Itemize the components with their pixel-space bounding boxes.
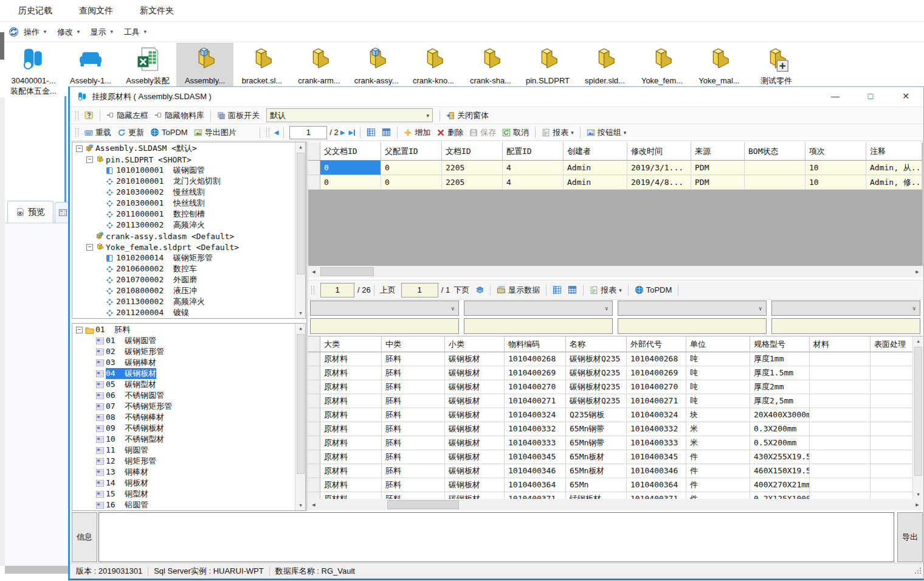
tree-item[interactable]: 2010100001 龙门火焰切割 [72, 176, 305, 187]
filter-input-3[interactable] [618, 318, 767, 334]
cell[interactable]: 碳钢板材Q235 [566, 380, 627, 394]
column-header[interactable]: 表面处理 [871, 336, 913, 352]
tree-item[interactable]: −Yoke_female.sldprt <Default> [72, 242, 305, 252]
tree-item[interactable]: 08 不锈钢棒材 [72, 412, 305, 423]
topdm-button[interactable]: ToPDM [147, 127, 191, 138]
nav-last-icon[interactable]: ▶ [347, 129, 357, 136]
tree-item[interactable]: 02 碳钢矩形管 [72, 346, 305, 357]
cell[interactable]: 4 [503, 161, 564, 175]
cell[interactable]: 1010400269 [627, 366, 686, 380]
cell[interactable]: 1010400333 [627, 436, 686, 450]
cell[interactable]: 胚料 [382, 408, 445, 422]
cell[interactable]: 米 [686, 436, 750, 450]
tree-item[interactable]: 1010100001 碳钢圆管 [72, 165, 305, 176]
cell[interactable]: 碳钢板材 [445, 408, 505, 422]
cell[interactable]: 0.3X200mm [750, 422, 810, 436]
cell[interactable]: 1010400333 [505, 436, 566, 450]
cell[interactable] [810, 408, 871, 422]
cell[interactable]: 1010400324 [627, 408, 686, 422]
cell[interactable]: 原材料 [320, 478, 382, 492]
filter-combo-2[interactable]: ∨ [464, 301, 613, 316]
scroll-thumb[interactable] [387, 500, 459, 509]
tree-item[interactable]: 11 铜圆管 [72, 445, 305, 456]
tree-expander[interactable]: − [76, 145, 83, 152]
cell[interactable] [871, 436, 913, 450]
scroll-thumb[interactable] [914, 347, 922, 476]
nav-prev-icon[interactable]: ◀ [272, 129, 281, 136]
cell[interactable] [745, 161, 805, 175]
scroll-down-icon[interactable]: ▼ [913, 490, 923, 499]
tree-item[interactable]: 09 不锈钢板材 [72, 423, 305, 434]
tree-item[interactable]: −pin.SLDPRT <SHORT> [72, 154, 305, 165]
export-button[interactable]: 导出 [897, 512, 923, 562]
cell[interactable]: 胚料 [382, 352, 445, 366]
cell[interactable]: 碳钢板材Q235 [566, 366, 627, 380]
cell[interactable] [871, 366, 913, 380]
cell[interactable]: 2205 [442, 175, 503, 190]
cell[interactable]: 原材料 [320, 464, 382, 478]
scroll-up-icon[interactable]: ▲ [913, 336, 923, 346]
cell[interactable]: PDM [691, 175, 745, 190]
tree-item[interactable]: 03 碳钢棒材 [72, 357, 305, 368]
cell[interactable]: 2205 [442, 161, 503, 175]
cell[interactable]: 10 [805, 175, 866, 190]
cell[interactable]: 吨 [686, 394, 750, 408]
menu-view-files[interactable]: 查阅文件 [79, 5, 113, 16]
table-row[interactable]: 原材料胚料碳钢板材1010400268碳钢板材Q2351010400268吨厚度… [308, 352, 923, 366]
cell[interactable]: 原材料 [320, 436, 382, 450]
cell[interactable]: 2019/4/8... [627, 175, 691, 190]
scroll-up-icon[interactable]: ▲ [295, 142, 306, 152]
cell[interactable] [871, 408, 913, 422]
cell[interactable] [871, 422, 913, 436]
cell[interactable]: 吨 [686, 366, 750, 380]
tree-item[interactable]: 2010800002 液压冲 [72, 285, 305, 296]
cell[interactable]: 原材料 [320, 422, 382, 436]
table-row[interactable]: 原材料胚料碳钢板材1010400270碳钢板材Q2351010400270吨厚度… [308, 380, 923, 394]
cell[interactable]: 4 [503, 175, 564, 190]
menu-modify[interactable]: 修改▼ [57, 27, 81, 38]
cell[interactable]: Admin, 从... [866, 161, 922, 175]
scroll-thumb[interactable] [297, 334, 305, 474]
tree-item[interactable]: 1010200014 碳钢矩形管 [72, 252, 305, 263]
menu-history[interactable]: 历史记载 [18, 5, 52, 16]
cell[interactable]: 1010400345 [627, 450, 686, 464]
cell[interactable]: 胚料 [382, 422, 445, 436]
column-header[interactable]: 名称 [566, 336, 627, 352]
cell[interactable]: 0 [320, 175, 381, 190]
cell[interactable] [810, 422, 871, 436]
maximize-button[interactable]: □ [857, 88, 884, 105]
cell[interactable]: 1010400345 [505, 450, 566, 464]
tree-item[interactable]: 2011000001 数控刨槽 [72, 209, 305, 220]
scroll-thumb[interactable] [320, 267, 374, 276]
column-header[interactable]: 来源 [691, 142, 745, 161]
menu-new-folder[interactable]: 新文件夹 [140, 5, 174, 16]
grid-view-button[interactable] [550, 284, 565, 296]
table-row[interactable]: 0022054Admin2019/4/8...PDM10Admin, 修... [308, 175, 923, 190]
grid-view-button[interactable] [364, 127, 379, 138]
column-header[interactable]: 规格型号 [750, 336, 810, 352]
cell[interactable]: 碳钢板材 [445, 478, 505, 492]
table-row[interactable]: 原材料胚料碳钢板材1010400324Q235钢板1010400324块20X4… [308, 408, 923, 422]
tree-item[interactable]: 05 碳钢型材 [72, 379, 305, 390]
cell[interactable]: 430X255X19.5 [750, 450, 810, 464]
panel-switch-button[interactable]: 面板开关 [214, 109, 263, 122]
cell[interactable]: 1010400324 [505, 408, 566, 422]
export-image-button[interactable]: 导出图片 [191, 126, 240, 139]
cell[interactable]: 400X270X21mm [750, 478, 810, 492]
cell[interactable]: 1010400268 [505, 352, 566, 366]
dialog-titlebar[interactable]: 挂接原材料 ( Assembly.SLDASM ) — □ ✕ [70, 87, 923, 106]
cell[interactable]: 胚料 [382, 366, 445, 380]
file-item[interactable]: 30400001-...装配体五金... [5, 43, 62, 97]
tree-item[interactable]: 2010700002 外圆磨 [72, 274, 305, 285]
scroll-up-icon[interactable]: ▲ [295, 324, 306, 333]
tree-expander[interactable]: − [86, 244, 93, 251]
cell[interactable]: 块 [686, 408, 750, 422]
cell[interactable] [810, 464, 871, 478]
filter-combo-3[interactable]: ∨ [618, 301, 767, 316]
resize-grip[interactable] [920, 568, 921, 569]
cell[interactable]: 20X400X3000m [750, 408, 810, 422]
cell[interactable]: 原材料 [320, 380, 382, 394]
material-subpage-input[interactable] [401, 283, 438, 297]
tab-preview[interactable]: 预览 [7, 201, 53, 223]
cell[interactable]: 胚料 [382, 436, 445, 450]
